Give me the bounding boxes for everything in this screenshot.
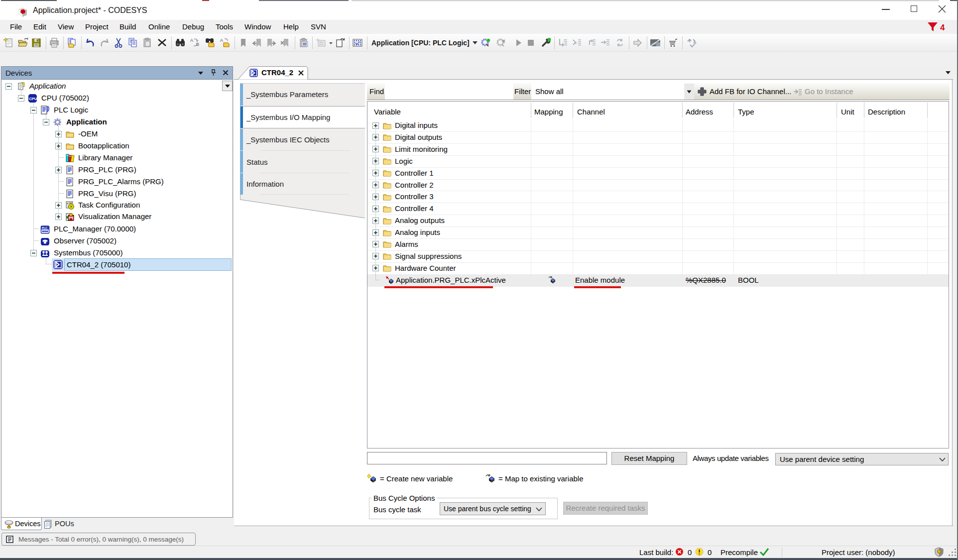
svg-text:PLC: PLC <box>42 226 47 229</box>
svg-text:CPU: CPU <box>29 97 37 101</box>
svg-text:4: 4 <box>940 23 945 32</box>
svg-text:B: B <box>196 42 199 47</box>
svg-text:A: A <box>190 38 193 43</box>
svg-text:A: A <box>220 38 223 43</box>
